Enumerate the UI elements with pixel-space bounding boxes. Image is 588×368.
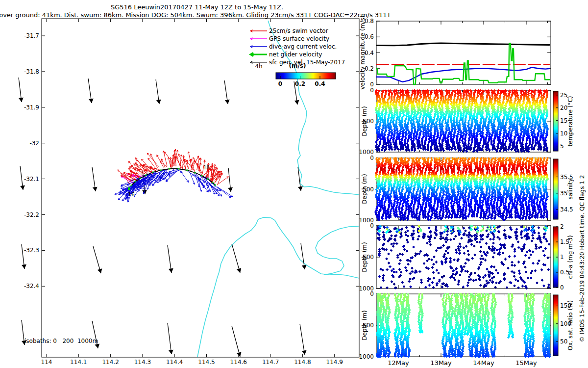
temperature-panel-colorbar-tick-label: 20 <box>560 105 567 111</box>
map-xtick-label: 114.3 <box>134 359 151 365</box>
temperature-panel-ytick-label: 0 <box>349 87 374 93</box>
chl-panel-colorbar-tick-label: 1 <box>560 254 564 260</box>
time-axis-label: 15May <box>515 360 537 366</box>
legend-item-label: net glider velocity <box>269 52 322 57</box>
salinity-panel-colorbar-tick-label: 34.5 <box>560 207 573 212</box>
dive-start-label: 16 <box>128 192 135 197</box>
isobaths-label: isobaths: 0 200 1000m <box>24 338 98 344</box>
chl-panel-scatter <box>376 225 558 289</box>
oxygen-panel-colorbar-tick-label: 150 <box>560 303 571 309</box>
map-xtick-label: 114.2 <box>102 359 119 365</box>
map-ytick-label: -31.7 <box>15 33 39 39</box>
oxygen-panel-colorbar-tick-label: 100 <box>560 321 571 327</box>
temperature-colorbar-title: temperature (°C) <box>567 96 573 147</box>
quiver-scale-label: 4h <box>255 63 262 69</box>
oxygen-panel-ytick-label: 1000 <box>349 354 374 360</box>
map-xtick-label: 114.5 <box>198 359 215 365</box>
time-axis-label: 12May <box>388 360 409 366</box>
legend-item-label: 25cm/s swim vector <box>269 28 328 34</box>
chl-panel-colorbar-tick-label: 2 <box>560 224 564 230</box>
map-ytick-label: -32.1 <box>15 176 39 182</box>
series-net-glider-speed <box>376 43 550 84</box>
oxygen-panel-colorbar-tick-label: 50 <box>560 339 567 344</box>
oxygen-panel-ytick-label: 500 <box>349 322 374 328</box>
time-axis-label: 14May <box>473 360 494 366</box>
map-colorbar <box>276 73 336 79</box>
map-ytick-label: -32.4 <box>15 283 39 289</box>
temperature-panel-ytick-label: 500 <box>349 118 374 124</box>
velocity-ytick-label: 0.2 <box>349 66 374 72</box>
chl-panel-colorbar-tick-label: 1.5 <box>560 239 569 245</box>
time-axis-label: 13May <box>430 360 451 366</box>
map-ytick-label: -32.3 <box>15 247 39 253</box>
map-xtick-label: 114.9 <box>326 359 343 365</box>
swim-vectors <box>118 149 228 185</box>
oxygen-panel-scatter <box>376 293 558 358</box>
velocity-chart <box>376 21 551 84</box>
map-colorbar-tick-label: 0.4 <box>315 81 325 87</box>
legend-item-label: GPS surface velocity <box>269 36 329 42</box>
chl-panel-ytick-label: 500 <box>349 254 374 260</box>
temperature-panel-colorbar-tick-label: 25 <box>560 92 567 98</box>
oxygen-panel-ytick-label: 0 <box>349 291 374 297</box>
map-legend <box>250 30 267 64</box>
salinity-panel-ytick-label: 500 <box>349 186 374 192</box>
temperature-panel-colorbar-tick-label: 10 <box>560 131 567 136</box>
map-colorbar-tick-label: 0 <box>278 81 282 87</box>
legend-item-label: dive-avg current veloc. <box>269 44 337 50</box>
map-xtick-label: 114.6 <box>230 359 247 365</box>
chl-panel-colorbar-tick-label: 0.5 <box>560 269 569 275</box>
map-xtick-label: 114.7 <box>262 359 279 365</box>
velocity-ytick-label: 0.8 <box>349 18 374 24</box>
temperature-panel-colorbar-tick-label: 15 <box>560 118 567 124</box>
map-xtick-label: 114.4 <box>166 359 183 365</box>
imos-attribution-note: © IMOS 15-Feb-2019 04:43:20 Hobart time.… <box>579 175 585 342</box>
velocity-ytick-label: 0.6 <box>349 34 374 40</box>
series-vehicle-speed <box>376 43 550 46</box>
temperature-panel-colorbar-tick-label: 5 <box>560 143 564 149</box>
map-xtick-label: 114 <box>41 359 52 365</box>
map-ytick-label: -31.9 <box>15 105 39 110</box>
map-ytick-label: -32 <box>15 140 39 146</box>
coastline-isobaths <box>197 21 359 357</box>
velocity-ytick-label: 0.4 <box>349 50 374 56</box>
legend-item-label: sfc geo. vel. 15-May-2017 <box>269 59 345 65</box>
figure: SG516 Leeuwin20170427 11-May 12Z to 15-M… <box>0 0 588 368</box>
salinity-panel-ytick-label: 0 <box>349 155 374 161</box>
plot-title: SG516 Leeuwin20170427 11-May 12Z to 15-M… <box>111 4 283 10</box>
chl-panel-ytick-label: 0 <box>349 223 374 229</box>
salinity-panel-colorbar-tick-label: 35 <box>560 190 567 196</box>
dive-end-label: 18 <box>203 165 210 170</box>
map-xtick-label: 114.1 <box>70 359 87 365</box>
temperature-panel-scatter <box>375 89 558 153</box>
map-ytick-label: -32.2 <box>15 212 39 218</box>
salinity-panel-scatter <box>374 157 558 221</box>
plot-subtitle: Dist. over ground: 41km. Dist. swum: 86k… <box>0 12 391 18</box>
chl-panel-colorbar-tick-label: 0 <box>560 285 564 290</box>
salinity-colorbar-title: salinity <box>567 178 573 199</box>
map-xtick-label: 114.8 <box>294 359 311 365</box>
map-colorbar-tick-label: 0.2 <box>295 81 305 87</box>
map-ytick-label: -31.8 <box>15 69 39 75</box>
salinity-panel-colorbar-tick-label: 35.5 <box>560 174 573 180</box>
